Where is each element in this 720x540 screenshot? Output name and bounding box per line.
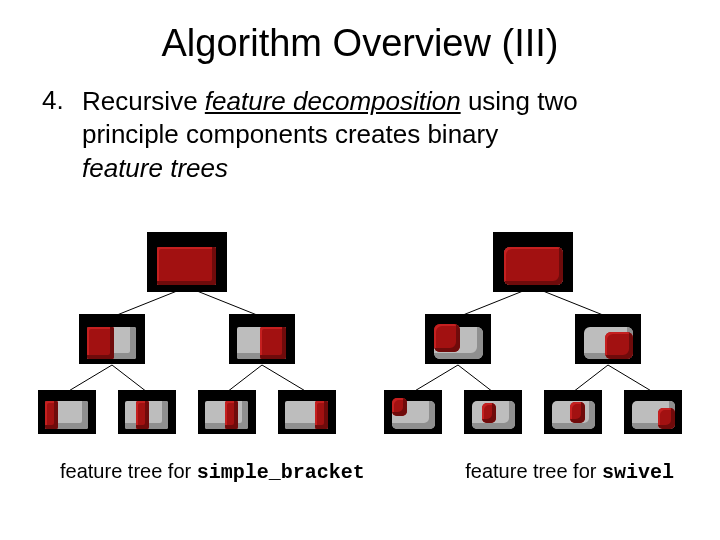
tree-node-rr xyxy=(624,390,682,434)
svg-line-2 xyxy=(67,365,112,392)
tree-node-rl xyxy=(198,390,256,434)
tree-node-l xyxy=(79,314,145,364)
tree-node-r xyxy=(229,314,295,364)
svg-line-11 xyxy=(608,365,653,392)
svg-line-4 xyxy=(227,365,262,392)
tree-node-ll xyxy=(38,390,96,434)
feature-trees-row xyxy=(0,232,720,447)
bullet-text-rest1: using two xyxy=(461,86,578,116)
bullet-text-plain1: Recursive xyxy=(82,86,205,116)
tree-node-ll xyxy=(384,390,442,434)
feature-tree-simple-bracket xyxy=(27,232,347,447)
tree-node-rl xyxy=(544,390,602,434)
tree-node-root xyxy=(147,232,227,292)
caption-right: feature tree for swivel xyxy=(465,460,674,484)
tree-node-root xyxy=(493,232,573,292)
caption-left-mono: simple_bracket xyxy=(197,461,365,484)
svg-line-5 xyxy=(262,365,307,392)
caption-right-mono: swivel xyxy=(602,461,674,484)
svg-line-8 xyxy=(413,365,458,392)
caption-left: feature tree for simple_bracket xyxy=(60,460,365,484)
tree-captions: feature tree for simple_bracket feature … xyxy=(0,460,720,484)
tree-node-r xyxy=(575,314,641,364)
caption-right-prefix: feature tree for xyxy=(465,460,602,482)
svg-line-10 xyxy=(573,365,608,392)
bullet-text-featuretrees: feature trees xyxy=(82,153,228,183)
svg-line-3 xyxy=(112,365,147,392)
tree-node-l xyxy=(425,314,491,364)
bullet-item-4: 4. Recursive feature decomposition using… xyxy=(0,85,720,185)
bullet-text-featuredecomp: feature decomposition xyxy=(205,86,461,116)
bullet-number: 4. xyxy=(42,85,82,116)
bullet-text-line2: principle components creates binary xyxy=(82,119,498,149)
slide-title: Algorithm Overview (III) xyxy=(0,22,720,65)
caption-left-prefix: feature tree for xyxy=(60,460,197,482)
tree-node-lr xyxy=(118,390,176,434)
bullet-text: Recursive feature decomposition using tw… xyxy=(82,85,578,185)
feature-tree-swivel xyxy=(373,232,693,447)
svg-line-9 xyxy=(458,365,493,392)
tree-node-lr xyxy=(464,390,522,434)
tree-node-rr xyxy=(278,390,336,434)
